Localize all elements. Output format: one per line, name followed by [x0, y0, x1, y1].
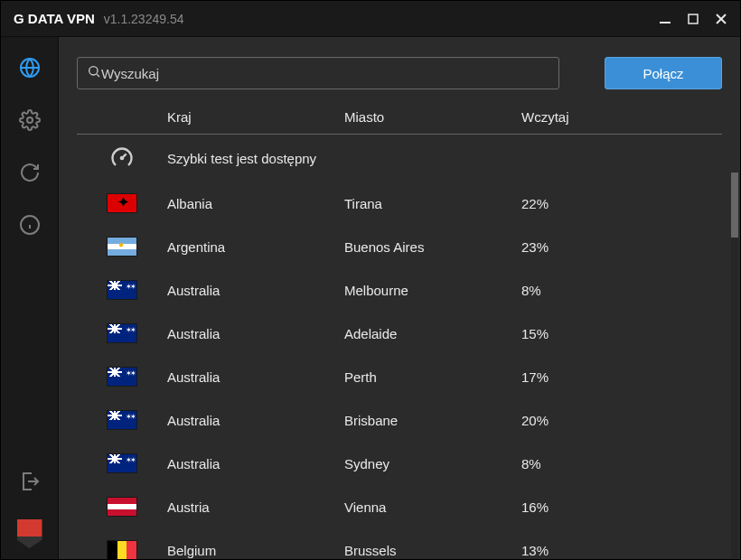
svg-point-9 [89, 67, 98, 75]
country-cell: Australia [167, 326, 344, 341]
app-title: G DATA VPN [14, 11, 95, 26]
table-row[interactable]: AustriaVienna16% [77, 485, 709, 528]
city-cell: Perth [344, 369, 521, 385]
col-city: Miasto [344, 109, 521, 125]
table-row[interactable]: AustraliaSydney8% [77, 442, 709, 485]
city-cell: Sydney [344, 456, 521, 471]
load-cell: 23% [521, 239, 709, 255]
server-list[interactable]: Szybki test jest dostępny AlbaniaTirana2… [77, 135, 722, 560]
table-row[interactable]: AustraliaBrisbane20% [77, 398, 709, 442]
country-cell: Albania [167, 196, 344, 211]
flag-icon [108, 238, 136, 256]
close-icon[interactable] [715, 13, 727, 25]
quick-test-label: Szybki test jest dostępny [167, 151, 521, 166]
titlebar: G DATA VPN v1.1.23249.54 [1, 1, 740, 37]
info-icon[interactable] [15, 210, 44, 239]
flag-icon [108, 324, 136, 342]
search-input[interactable] [101, 66, 549, 81]
app-version: v1.1.23249.54 [104, 12, 184, 26]
minimize-icon[interactable] [659, 13, 671, 25]
logout-icon[interactable] [15, 467, 44, 496]
country-cell: Australia [167, 369, 344, 385]
flag-icon [108, 454, 136, 472]
col-load: Wczytaj [521, 109, 722, 125]
sidebar [1, 37, 59, 560]
table-row[interactable]: AustraliaAdelaide15% [77, 312, 709, 355]
flag-icon [108, 194, 136, 212]
svg-rect-1 [689, 14, 698, 23]
city-cell: Tirana [344, 196, 521, 211]
table-header: Kraj Miasto Wczytaj [77, 109, 722, 135]
flag-icon [108, 411, 136, 429]
globe-icon[interactable] [15, 53, 44, 82]
city-cell: Vienna [344, 499, 521, 515]
scrollbar-thumb[interactable] [731, 173, 738, 238]
quick-test-row[interactable]: Szybki test jest dostępny [77, 135, 709, 182]
svg-line-10 [97, 74, 99, 77]
table-row[interactable]: AustraliaMelbourne8% [77, 268, 709, 312]
load-cell: 15% [521, 326, 709, 341]
country-cell: Austria [167, 499, 344, 515]
content-area: Połącz Kraj Miasto Wczytaj Szybki test j… [59, 37, 740, 560]
country-cell: Australia [167, 283, 344, 298]
country-cell: Belgium [167, 543, 344, 558]
table-row[interactable]: AlbaniaTirana22% [77, 182, 709, 225]
table-row[interactable]: BelgiumBrussels13% [77, 528, 709, 560]
load-cell: 20% [521, 413, 709, 428]
flag-icon [108, 368, 136, 386]
window-controls [659, 13, 727, 25]
city-cell: Brussels [344, 543, 521, 558]
city-cell: Buenos Aires [344, 239, 521, 255]
country-cell: Australia [167, 456, 344, 471]
svg-point-12 [121, 157, 123, 159]
load-cell: 8% [521, 456, 709, 471]
search-icon [87, 64, 101, 82]
load-cell: 8% [521, 283, 709, 298]
city-cell: Brisbane [344, 413, 521, 428]
table-row[interactable]: ArgentinaBuenos Aires23% [77, 225, 709, 268]
country-cell: Australia [167, 413, 344, 428]
table-row[interactable]: AustraliaPerth17% [77, 355, 709, 398]
connect-button[interactable]: Połącz [605, 57, 722, 89]
gauge-icon [108, 144, 136, 173]
city-cell: Adelaide [344, 326, 521, 341]
load-cell: 22% [521, 196, 709, 211]
col-country: Kraj [167, 109, 344, 125]
brand-shield-icon [17, 519, 42, 548]
refresh-icon[interactable] [15, 158, 44, 187]
load-cell: 17% [521, 369, 709, 385]
maximize-icon[interactable] [688, 13, 699, 25]
flag-icon [108, 498, 136, 516]
load-cell: 13% [521, 543, 709, 558]
search-input-wrapper[interactable] [77, 57, 559, 89]
flag-icon [108, 541, 136, 559]
svg-point-5 [27, 117, 33, 123]
load-cell: 16% [521, 499, 709, 515]
flag-icon [108, 281, 136, 299]
country-cell: Argentina [167, 239, 344, 255]
gear-icon[interactable] [15, 106, 44, 135]
city-cell: Melbourne [344, 283, 521, 298]
